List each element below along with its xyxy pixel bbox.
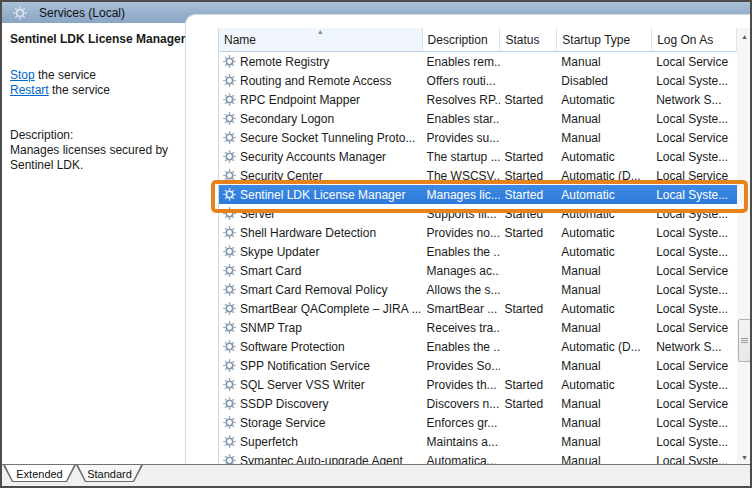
service-gear-icon	[223, 245, 236, 258]
scrollbar-thumb[interactable]	[738, 319, 751, 362]
service-status	[500, 52, 557, 71]
service-row[interactable]: Remote Registry Enables rem... Manual Lo…	[219, 52, 737, 71]
service-row[interactable]: Smart Card Manages ac... Manual Local Se…	[219, 261, 737, 280]
column-header-startup-type[interactable]: Startup Type	[557, 28, 652, 51]
service-status	[500, 280, 557, 299]
service-status: Started	[500, 185, 557, 204]
service-log-on-as: Local Syste...	[652, 375, 737, 394]
service-row[interactable]: SPP Notification Service Provides So... …	[219, 356, 737, 375]
service-gear-icon	[223, 207, 236, 220]
service-startup-type: Manual	[557, 451, 652, 465]
service-log-on-as: Local Service	[652, 166, 737, 185]
service-log-on-as: Local Syste...	[652, 432, 737, 451]
service-startup-type: Automatic	[557, 375, 652, 394]
service-row[interactable]: Security Accounts Manager The startup ..…	[219, 147, 737, 166]
service-startup-type: Manual	[557, 432, 652, 451]
service-name: Server	[240, 207, 275, 221]
service-status: Started	[500, 90, 557, 109]
service-startup-type: Automatic (D...	[557, 166, 652, 185]
service-status: Started	[500, 375, 557, 394]
service-row[interactable]: SSDP Discovery Discovers n... Started Ma…	[219, 394, 737, 413]
service-status: Started	[500, 166, 557, 185]
service-status	[500, 413, 557, 432]
scroll-down-button[interactable]: ▼	[737, 449, 752, 465]
service-gear-icon	[223, 416, 236, 429]
service-description: The WSCSV...	[423, 166, 501, 185]
service-row[interactable]: Software Protection Enables the ... Auto…	[219, 337, 737, 356]
selected-service-title: Sentinel LDK License Manager	[10, 32, 212, 46]
service-startup-type: Manual	[557, 394, 652, 413]
service-name: Secondary Logon	[240, 112, 334, 126]
service-startup-type: Manual	[557, 318, 652, 337]
service-gear-icon	[223, 226, 236, 239]
service-log-on-as: Local Syste...	[652, 280, 737, 299]
service-gear-icon	[223, 169, 236, 182]
service-row[interactable]: Shell Hardware Detection Provides no... …	[219, 223, 737, 242]
service-status	[500, 109, 557, 128]
service-row[interactable]: Smart Card Removal Policy Allows the s..…	[219, 280, 737, 299]
sort-ascending-icon: ▲	[317, 28, 324, 35]
service-row[interactable]: SmartBear QAComplete – JIRA ... SmartBea…	[219, 299, 737, 318]
tab-standard[interactable]: Standard	[76, 465, 143, 482]
service-status: Started	[500, 394, 557, 413]
service-name: SQL Server VSS Writer	[240, 378, 365, 392]
service-name: SmartBear QAComplete – JIRA ...	[240, 302, 421, 316]
service-row[interactable]: Security Center The WSCSV... Started Aut…	[219, 166, 737, 185]
service-description: The startup ...	[423, 147, 501, 166]
service-gear-icon	[223, 188, 236, 201]
service-gear-icon	[223, 302, 236, 315]
service-status	[500, 432, 557, 451]
service-log-on-as: Local Syste...	[652, 242, 737, 261]
service-gear-icon	[223, 378, 236, 391]
service-row[interactable]: Secure Socket Tunneling Proto... Provide…	[219, 128, 737, 147]
service-row[interactable]: SQL Server VSS Writer Provides th... Sta…	[219, 375, 737, 394]
service-gear-icon	[223, 340, 236, 353]
service-status	[500, 242, 557, 261]
column-header-name[interactable]: ▲ Name	[219, 28, 423, 51]
service-description: Automatica...	[423, 451, 501, 465]
column-header-description[interactable]: Description	[423, 28, 501, 51]
view-tab-bar: Extended Standard	[2, 464, 750, 486]
service-startup-type: Disabled	[557, 71, 652, 90]
service-gear-icon	[223, 435, 236, 448]
service-startup-type: Manual	[557, 128, 652, 147]
service-startup-type: Automatic (D...	[557, 337, 652, 356]
scroll-up-button[interactable]: ▲	[737, 28, 752, 44]
service-gear-icon	[223, 283, 236, 296]
vertical-scrollbar[interactable]: ▲ ▼	[737, 28, 752, 465]
service-row[interactable]: Secondary Logon Enables star... Manual L…	[219, 109, 737, 128]
service-name: SPP Notification Service	[240, 359, 370, 373]
service-row[interactable]: Symantec Auto-upgrade Agent Automatica..…	[219, 451, 737, 465]
service-log-on-as: Local Syste...	[652, 204, 737, 223]
stop-link[interactable]: Stop	[10, 68, 35, 82]
service-row[interactable]: Storage Service Enforces gr... Manual Lo…	[219, 413, 737, 432]
column-header-log-on-as[interactable]: Log On As	[652, 28, 737, 51]
service-description: Discovers n...	[423, 394, 501, 413]
restart-service-line: Restart the service	[10, 83, 110, 97]
service-row[interactable]: Superfetch Maintains a... Manual Local S…	[219, 432, 737, 451]
services-gear-icon	[13, 6, 27, 20]
service-status: Started	[500, 223, 557, 242]
service-description: Maintains a...	[423, 432, 501, 451]
service-startup-type: Automatic	[557, 242, 652, 261]
services-console-window: Services (Local) Sentinel LDK License Ma…	[0, 0, 752, 488]
service-row[interactable]: Skype Updater Enables the ... Automatic …	[219, 242, 737, 261]
column-header-status[interactable]: Status	[500, 28, 557, 51]
service-row[interactable]: SNMP Trap Receives tra... Manual Local S…	[219, 318, 737, 337]
tab-extended[interactable]: Extended	[3, 465, 76, 482]
service-gear-icon	[223, 55, 236, 68]
stop-line-rest: the service	[35, 68, 96, 82]
service-startup-type: Manual	[557, 109, 652, 128]
services-list: ▲ Name Description Status Startup Type L…	[218, 28, 737, 465]
service-row[interactable]: RPC Endpoint Mapper Resolves RP... Start…	[219, 90, 737, 109]
service-log-on-as: Local Service	[652, 394, 737, 413]
service-row[interactable]: Server Supports fil... Started Automatic…	[219, 204, 737, 223]
service-row[interactable]: Routing and Remote Access Offers routi..…	[219, 71, 737, 90]
service-startup-type: Automatic	[557, 90, 652, 109]
service-row[interactable]: Sentinel LDK License Manager Manages lic…	[219, 185, 737, 204]
service-log-on-as: Network S...	[652, 90, 737, 109]
service-log-on-as: Local Service	[652, 52, 737, 71]
service-gear-icon	[223, 74, 236, 87]
restart-link[interactable]: Restart	[10, 83, 49, 97]
service-name: Smart Card Removal Policy	[240, 283, 387, 297]
